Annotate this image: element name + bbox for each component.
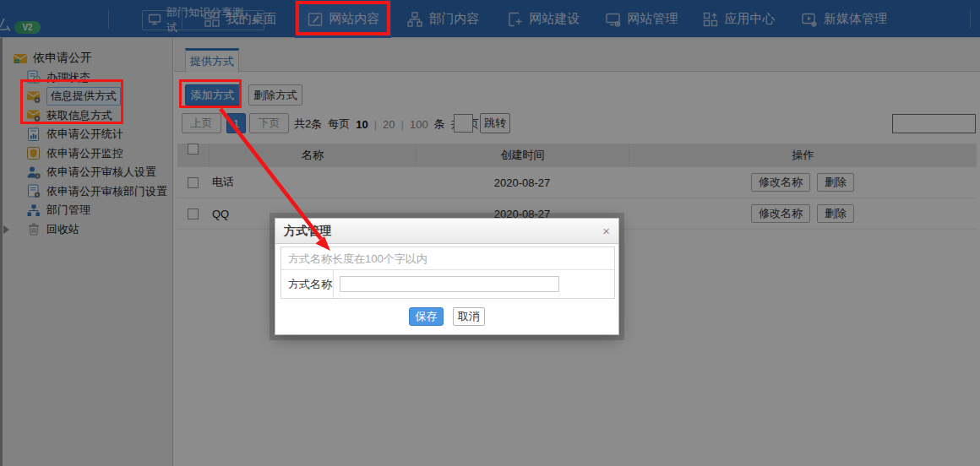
form-row: 方式名称 [281,270,614,298]
mode-name-label: 方式名称 [281,270,334,298]
dialog-title: 方式管理 [284,224,331,239]
dialog-form: 方式名称长度在100个字以内 方式名称 [280,247,615,299]
mode-manage-dialog: 方式管理 × 方式名称长度在100个字以内 方式名称 保存 取消 [275,218,619,335]
name-length-hint: 方式名称长度在100个字以内 [281,247,614,270]
close-icon[interactable]: × [602,225,610,237]
dialog-footer: 保存 取消 [275,307,618,326]
mode-name-input[interactable] [340,276,559,292]
cancel-button[interactable]: 取消 [453,307,485,326]
save-button[interactable]: 保存 [409,307,444,326]
app-window: 厶 V2 部门知识分享测试 ▼ 我的桌面 网站内容 [0,0,980,466]
dialog-titlebar[interactable]: 方式管理 × [275,219,618,244]
